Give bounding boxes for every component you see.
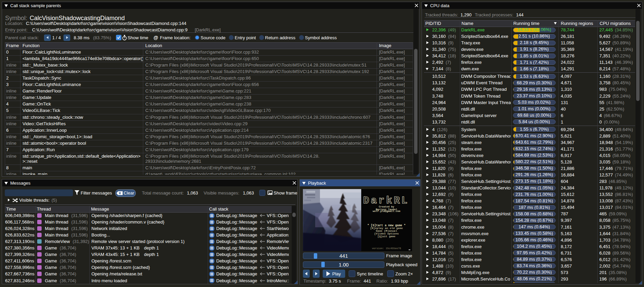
svg-text:DarkRL: DarkRL <box>363 195 409 206</box>
svg-text:wolf.pld@gmail.com: wolf.pld@gmail.com <box>372 210 400 213</box>
svg-text:[Q]uit game: [Q]uit game <box>378 235 396 238</box>
svg-text:version: 15c455ee76: version: 15c455ee76 <box>372 247 401 250</box>
